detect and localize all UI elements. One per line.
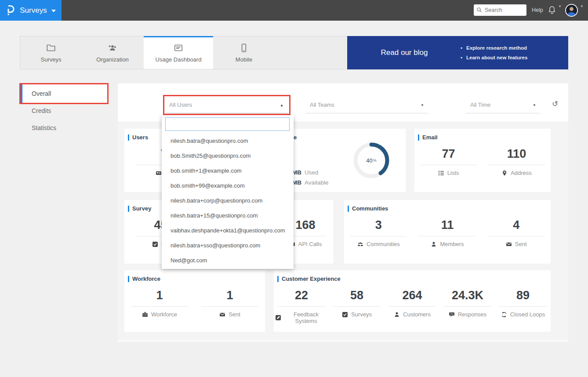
storage-card: e MBUsed MBAvailable 40% <box>274 129 406 192</box>
email-address-stat: 110 Address <box>483 147 551 176</box>
dropdown-option[interactable]: bob.smith+1@example.com <box>162 163 294 178</box>
folder-icon <box>46 43 56 53</box>
accent-bar <box>418 134 419 141</box>
license-card-icon <box>156 170 162 176</box>
users-filter-dropdown: nilesh.batra@questionpro.com bob.Smith25… <box>162 115 294 269</box>
blog-bullet: Explore research method <box>461 43 527 53</box>
search-input[interactable] <box>485 7 523 13</box>
customer-experience-card: Customer Experience 22 Feedback Systems … <box>274 270 551 332</box>
loop-arrows-icon <box>501 312 507 318</box>
accent-bar <box>348 206 349 212</box>
sidebar-item-credits[interactable]: Credits <box>21 104 107 117</box>
workforce-count-stat: 1 Workforce <box>127 289 192 318</box>
filter-users-select[interactable]: All Users ▲ <box>165 97 288 113</box>
questionpro-logo <box>6 4 15 16</box>
chevron-down-icon: ▼ <box>533 103 536 107</box>
cx-feedback-systems-stat: 22 Feedback Systems <box>275 289 328 324</box>
chevron-down-icon: ▼ <box>421 103 424 107</box>
product-switcher-label: Surveys <box>20 6 47 15</box>
tab-organization[interactable]: Organization <box>82 36 143 69</box>
chevron-down-icon[interactable]: ▼ <box>558 4 562 8</box>
blog-banner-title: Read our blog <box>360 36 448 69</box>
blog-banner[interactable]: Read our blog Explore research method Le… <box>347 36 568 69</box>
chevron-up-icon: ▲ <box>280 103 283 107</box>
cx-customers-stat: 264 Customers <box>386 289 439 324</box>
people-group-icon <box>357 241 363 247</box>
dropdown-option[interactable]: vaibhav.deshpande+okta1@questionpro.com <box>162 223 294 238</box>
global-search[interactable] <box>474 4 526 16</box>
briefcase-icon <box>142 312 148 318</box>
communities-card: Communities 3 Communities <box>344 200 551 264</box>
sidebar-item-statistics[interactable]: Statistics <box>21 121 107 134</box>
chevron-down-icon <box>51 10 56 12</box>
search-icon <box>476 7 483 13</box>
filter-time-select[interactable]: All Time ▼ <box>466 97 541 113</box>
accent-bar <box>128 206 129 212</box>
top-header-bar: Surveys Help ▼ ▼ <box>0 0 588 21</box>
email-card: Email 77 Lists <box>414 129 551 192</box>
location-pin-icon <box>501 170 508 176</box>
smartphone-icon <box>239 43 249 53</box>
dropdown-options-list: nilesh.batra@questionpro.com bob.Smith25… <box>162 134 294 268</box>
person-icon <box>394 312 400 318</box>
dropdown-option[interactable]: nilesh.batra+corp@questionpro.com <box>162 193 294 208</box>
dashboard-card-icon <box>173 43 184 53</box>
storage-card-title-fragment: e <box>294 134 297 141</box>
bell-icon <box>548 5 556 15</box>
filter-teams-select[interactable]: All Teams ▼ <box>305 97 428 113</box>
chat-bubble-icon <box>449 312 455 318</box>
chevron-down-icon[interactable]: ▼ <box>580 4 584 8</box>
dashboard-panel: All Users ▲ All Teams ▼ All Time ▼ ↻ Use… <box>118 83 568 341</box>
sidebar-item-overall[interactable]: Overall <box>21 84 107 103</box>
dropdown-option[interactable]: nilesh.batra+15@questionpro.com <box>162 208 294 223</box>
notifications-button[interactable] <box>548 5 556 17</box>
add-people-icon <box>107 43 118 53</box>
storage-usage-lines: MBUsed MBAvailable <box>292 167 329 188</box>
list-icon <box>438 170 444 176</box>
envelope-icon <box>219 312 225 318</box>
cx-responses-stat: 24.3K Responses <box>441 289 494 324</box>
storage-donut-chart: 40% <box>349 138 393 182</box>
dropdown-option[interactable]: bob.Smith25@questionpro.com <box>162 149 294 163</box>
check-square-icon <box>342 312 348 318</box>
accent-bar <box>128 276 129 282</box>
check-square-icon <box>152 241 158 247</box>
dropdown-filter-input[interactable] <box>165 117 290 131</box>
email-lists-stat: 77 Lists <box>414 147 483 176</box>
tab-mobile[interactable]: Mobile <box>213 36 275 69</box>
dropdown-option[interactable]: nilesh.batra@questionpro.com <box>162 134 294 149</box>
cx-closed-loops-stat: 89 Closed Loops <box>497 289 549 324</box>
storage-percent-label: 40% <box>349 138 393 182</box>
dropdown-option[interactable]: nilesh.batra+sso@questionpro.com <box>162 238 294 253</box>
communities-count-stat: 3 Communities <box>345 218 411 247</box>
dropdown-option[interactable]: Ned@got.com <box>162 253 294 268</box>
blog-banner-bullets: Explore research method Learn about new … <box>461 43 527 62</box>
blog-bullet: Learn about new features <box>461 53 527 62</box>
workforce-card: Workforce 1 Workforce 1 <box>124 270 265 332</box>
person-icon <box>431 241 437 247</box>
dropdown-option[interactable]: bob.smith+99@example.com <box>162 178 294 193</box>
app-logo-menu[interactable]: Surveys <box>0 0 62 21</box>
tab-surveys[interactable]: Surveys <box>20 36 82 69</box>
communities-sent-stat: 4 Sent <box>483 218 549 247</box>
person-photo-icon <box>566 5 577 16</box>
workforce-sent-stat: 1 Sent <box>197 289 263 318</box>
accent-bar <box>128 134 129 141</box>
envelope-icon <box>506 241 512 247</box>
reset-filters-button[interactable]: ↻ <box>552 99 558 109</box>
cx-surveys-stat: 58 Surveys <box>330 289 383 324</box>
user-avatar[interactable] <box>565 4 578 17</box>
accent-bar <box>277 276 279 282</box>
feedback-edit-icon <box>275 315 281 321</box>
communities-members-stat: 11 Members <box>414 218 480 247</box>
help-link[interactable]: Help <box>532 7 543 13</box>
tab-usage-dashboard[interactable]: Usage Dashboard <box>144 36 213 69</box>
